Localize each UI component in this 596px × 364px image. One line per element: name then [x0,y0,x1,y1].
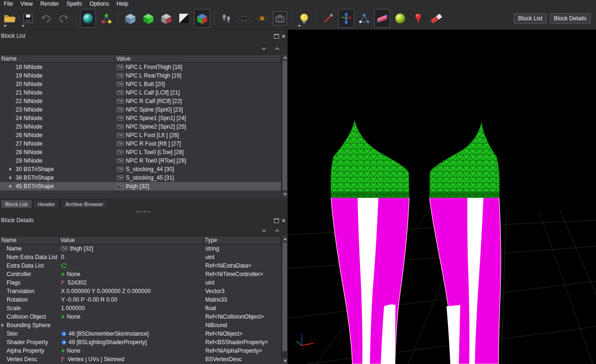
tab-archive-browser[interactable]: Archive Browser [61,199,108,208]
block-list-row[interactable]: 29 NiNodeTxtNPC R Toe0 [RToe] [29] [0,156,281,165]
menu-item-options[interactable]: Options [86,0,113,8]
visible-nodes-eye-icon[interactable] [254,9,270,28]
position-pin-icon[interactable] [410,9,426,28]
dropdown-arrow-icon[interactable] [4,25,7,27]
close-panel-icon[interactable]: × [282,34,285,39]
block-list-row[interactable]: 28 NiNodeTxtNPC L Toe0 [LToe] [28] [0,148,281,156]
block-list-row[interactable]: 19 NiNodeTxtNPC L RearThigh [19] [0,71,281,80]
menu-item-spells[interactable]: Spells [63,0,86,8]
detail-value-cell[interactable]: +None [59,347,203,355]
block-details-row[interactable]: Scale1.000000float [0,304,281,312]
lighting-bulb-icon[interactable] [296,9,312,28]
detail-value-cell[interactable] [59,321,203,329]
block-list-row[interactable]: 23 NiNodeTxtNPC Spine [Spn0] [23] [0,105,281,114]
paint-eraser-icon[interactable] [428,9,444,28]
close-panel-icon[interactable]: × [282,218,285,223]
dropdown-arrow-icon[interactable] [22,25,25,27]
detail-value-cell[interactable]: +None [59,270,203,278]
animation-footsteps-icon[interactable] [218,9,234,28]
move-axes-icon[interactable] [338,9,354,28]
column-header-value[interactable]: Value [115,55,281,62]
block-list-row[interactable]: 38 BSTriShapeTxtS_stocking_45 [31] [0,173,281,182]
scrollbar-thumb[interactable] [282,61,287,191]
vertex-select-icon[interactable] [356,9,372,28]
block-details-row[interactable]: Shader Property49 [BSLightingShaderPrope… [0,338,281,347]
tab-block-list[interactable]: Block List [0,199,32,208]
scrollbar-thumb[interactable] [282,243,287,351]
block-details-row[interactable]: Alpha Property+NoneRef<NiAlphaProperty> [0,347,281,355]
block-list-row[interactable]: 18 NiNodeTxtNPC L FrontThigh [18] [0,63,281,71]
block-details-row[interactable]: Num Extra Data List0uint [0,253,281,261]
block-details-row[interactable]: Skin46 [BSDismemberSkinInstance]Ref<NiOb… [0,329,281,338]
expand-arrow-slot[interactable] [1,323,7,327]
detail-value-cell[interactable]: 49 [BSLightingShaderProperty] [59,338,203,347]
column-header-type[interactable]: Type [203,236,281,244]
block-list-row[interactable]: 26 NiNodeTxtNPC L Foot [Lft ] [26] [0,131,281,139]
save-file-icon[interactable] [20,9,36,28]
shading-toggle-icon[interactable] [176,9,192,28]
detail-value-cell[interactable]: Vertex | UVs | Skinned [59,355,203,364]
block-details-row[interactable]: Extra Data ListRef<NiExtraData> [0,261,281,270]
detail-value-cell[interactable]: X 0.000000 Y 0.000000 Z 0.000000 [59,287,203,295]
expand-arrow-slot[interactable] [9,184,16,188]
block-list-row[interactable]: 25 NiNodeTxtNPC Spine2 [Spn2] [25] [0,122,281,131]
load-file-icon[interactable] [2,9,18,28]
detail-value-cell[interactable]: 0 [59,253,203,261]
select-pick-icon[interactable] [320,9,336,28]
detail-value-cell[interactable]: +None [59,312,203,321]
block-details-row[interactable]: TranslationX 0.000000 Y 0.000000 Z 0.000… [0,287,281,295]
collapse-all-icon[interactable] [261,227,267,234]
block-list-row[interactable]: 20 NiNodeTxtNPC L Butt [20] [0,80,281,88]
expand-arrow-slot[interactable] [9,167,16,171]
capsule-marker-icon[interactable] [374,9,390,28]
undo-icon[interactable] [38,9,54,28]
redo-icon[interactable] [56,9,72,28]
block-details-row[interactable]: Flags524302uint [0,278,281,287]
block-list-row[interactable]: 45 BSTriShapeTxtthigh [32] [0,182,281,191]
menu-item-help[interactable]: Help [113,0,132,8]
bounds-cube-icon[interactable] [158,9,174,28]
menu-item-render[interactable]: Render [36,0,62,8]
column-header-name[interactable]: Name [0,55,115,62]
block-list-scrollbar[interactable] [281,54,288,198]
scroll-top-icon[interactable] [274,227,280,234]
expand-arrow-icon[interactable] [1,323,4,327]
dropdown-arrow-icon[interactable] [298,25,301,27]
block-list-row[interactable]: 21 NiNodeTxtNPC L Calf [LClf] [21] [0,88,281,97]
solid-cube-icon[interactable] [140,9,156,28]
hidden-nodes-eye-icon[interactable] [236,9,252,28]
vertex-colors-icon[interactable] [98,9,114,28]
scroll-top-icon[interactable] [274,45,280,52]
block-details-row[interactable]: Bounding SphereNiBound [0,321,281,329]
expand-arrow-icon[interactable] [9,176,12,180]
float-panel-icon[interactable] [274,34,279,39]
dock-splitter-handle[interactable]: •••••• [0,210,288,215]
detail-value-cell[interactable] [59,261,203,270]
detail-value-cell[interactable]: 524302 [59,278,203,287]
block-list-row[interactable]: 27 NiNodeTxtNPC R Foot [Rft ] [27] [0,139,281,148]
block-details-row[interactable]: Vertex DescVertex | UVs | SkinnedBSVerte… [0,355,281,364]
block-details-scrollbar[interactable] [281,236,288,364]
column-header-name[interactable]: Name [0,236,59,244]
textures-cube-icon[interactable] [194,9,210,28]
menu-item-view[interactable]: View [17,0,36,8]
menu-item-file[interactable]: File [0,0,17,8]
detail-value-cell[interactable]: 1.000000 [59,304,203,312]
viewport-3d[interactable] [288,30,596,364]
float-panel-icon[interactable] [274,218,279,223]
render-sphere-icon[interactable] [80,9,96,28]
block-list-row[interactable]: 30 BSTriShapeTxtS_stocking_44 [30] [0,165,281,173]
block-details-row[interactable]: NameTxtthigh [32]string [0,244,281,253]
detail-value-cell[interactable]: Txtthigh [32] [59,244,203,253]
sphere-marker-icon[interactable] [392,9,408,28]
block-details-row[interactable]: RotationY -0.00 P -0.00 R 0.00Matrix33 [0,295,281,304]
block-details-row[interactable]: Collision Object+NoneRef<NiCollisionObje… [0,312,281,321]
block-list-row[interactable]: 22 NiNodeTxtNPC R Calf [RClf] [22] [0,97,281,105]
expand-arrow-icon[interactable] [9,167,12,171]
screenshot-camera-icon[interactable] [272,9,288,28]
expand-arrow-icon[interactable] [9,184,12,188]
tab-header[interactable]: Header [33,199,60,208]
expand-arrow-slot[interactable] [9,176,16,180]
block-details-button[interactable]: Block Details [550,13,591,24]
detail-value-cell[interactable]: Y -0.00 P -0.00 R 0.00 [59,295,203,304]
